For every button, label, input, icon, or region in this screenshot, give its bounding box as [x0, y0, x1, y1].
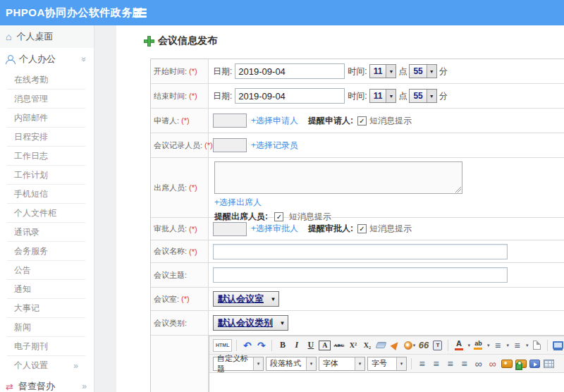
sidebar-item-memorabilia[interactable]: 大事记 — [0, 299, 94, 318]
subscript-button[interactable]: X₂ — [361, 339, 373, 352]
sidebar-item-schedule[interactable]: 日程安排 — [0, 128, 94, 147]
sms-checkbox[interactable]: ✓ — [357, 224, 367, 233]
meeting-subject-input[interactable] — [213, 267, 508, 283]
sidebar-item-contacts[interactable]: 通讯录 — [0, 223, 94, 242]
sidebar-item-label: 公告 — [14, 264, 31, 276]
select-attendees-link[interactable]: +选择出席人 — [214, 197, 262, 207]
sms-label: 短消息提示 — [369, 115, 412, 127]
form-row-end-time: 结束时间:(*) 日期: 时间: 11▼ 点 55▼ 分 — [151, 84, 564, 109]
form-row-meeting-type: 会议类别: 默认会议类别▼ — [151, 311, 564, 336]
meeting-name-input[interactable] — [213, 244, 508, 259]
highlight-color-button[interactable]: ab — [472, 339, 484, 352]
field-content: 日期: 时间: 11▼ 点 55▼ 分 — [209, 59, 564, 83]
toolbar-separator — [271, 340, 272, 351]
sidebar-item-supervision[interactable]: ⇄ 督查督办 » — [0, 375, 94, 392]
sidebar-item-label: 个人办公 — [19, 53, 56, 66]
app-header: PHPOA协同办公软件政务版 — [0, 0, 564, 25]
align-right-button[interactable]: ≡ — [444, 357, 456, 370]
sidebar-item-announcement[interactable]: 公告 — [0, 261, 94, 280]
remove-link-button[interactable]: ∞ — [486, 357, 498, 370]
caret-down-icon: ▾ — [506, 343, 509, 348]
select-recorder-link[interactable]: +选择记录员 — [251, 140, 298, 152]
start-date-input[interactable] — [235, 63, 345, 79]
html-source-button[interactable]: HTML — [213, 339, 232, 352]
font-style-button[interactable]: A — [319, 341, 331, 350]
form-row-recorder: 会议记录人员:(*) +选择记录员 — [151, 133, 564, 158]
attendees-textarea[interactable] — [214, 161, 462, 194]
start-hour-select[interactable]: 11▼ — [369, 64, 397, 78]
align-center-button[interactable]: ≡ — [430, 357, 442, 370]
font-size-select[interactable]: 字号▾ — [367, 357, 407, 371]
resize-grip-icon[interactable] — [455, 187, 461, 192]
meeting-type-select[interactable]: 默认会议类别▼ — [213, 315, 288, 331]
toolbar-separator — [448, 340, 448, 351]
remove-format-button[interactable] — [375, 339, 387, 352]
sidebar-item-message-management[interactable]: 消息管理 — [0, 90, 94, 109]
sms-checkbox[interactable]: ✓ — [357, 116, 367, 125]
sidebar-item-label: 会务服务 — [14, 245, 48, 257]
sidebar-item-e-journal[interactable]: 电子期刊 — [0, 337, 94, 356]
sidebar-item-mobile-sms[interactable]: 手机短信 — [0, 185, 94, 204]
redo-button[interactable]: ↷ — [255, 339, 267, 352]
sidebar-item-personal-settings[interactable]: 个人设置 » — [0, 356, 94, 375]
editor-content-area[interactable] — [209, 373, 564, 392]
sidebar-item-online-attendance[interactable]: 在线考勤 — [0, 71, 94, 90]
hamburger-menu-icon[interactable] — [134, 8, 147, 11]
field-content — [209, 263, 564, 287]
format-painter-button[interactable] — [389, 339, 401, 352]
chevron-right-icon: » — [73, 361, 78, 371]
caret-down-icon: ▾ — [396, 357, 406, 370]
editor-toolbar-row2: 自定义标题▾ 段落格式▾ 字体▾ 字号▾ ≡ ≡ ≡ ≡ ∞ ∞ — [209, 355, 564, 373]
insert-image-button[interactable] — [501, 357, 513, 370]
undo-button[interactable]: ↶ — [241, 339, 253, 352]
insert-media-button[interactable] — [529, 357, 541, 370]
recorder-input[interactable] — [213, 138, 247, 152]
sidebar-item-notice[interactable]: 通知 — [0, 280, 94, 299]
form-row-meeting-name: 会议名称:(*) — [151, 240, 564, 263]
custom-title-select[interactable]: 自定义标题▾ — [213, 357, 264, 371]
select-approver-link[interactable]: +选择审批人 — [251, 223, 298, 235]
applicant-input[interactable] — [213, 114, 247, 128]
font-family-select[interactable]: 字体▾ — [319, 357, 365, 371]
sidebar-item-work-log[interactable]: 工作日志 — [0, 147, 94, 166]
paste-as-text-button[interactable]: T — [431, 339, 443, 352]
end-minute-select[interactable]: 55▼ — [409, 89, 436, 103]
field-label: 开始时间:(*) — [151, 59, 209, 83]
sidebar-item-label: 工作计划 — [14, 169, 48, 181]
sidebar-item-news[interactable]: 新闻 — [0, 318, 94, 337]
fullscreen-button[interactable] — [552, 339, 564, 352]
start-minute-select[interactable]: 55▼ — [409, 64, 436, 78]
sidebar-item-personal-files[interactable]: 个人文件柜 — [0, 204, 94, 223]
align-justify-button[interactable]: ≡ — [458, 357, 470, 370]
approver-input[interactable] — [213, 222, 247, 236]
color-bar — [474, 348, 482, 350]
form-row-meeting-room: 会议室:(*) 默认会议室▼ — [151, 288, 564, 311]
caret-down-icon: ▾ — [355, 357, 364, 370]
ordered-list-button[interactable]: ≡ — [491, 339, 503, 352]
align-left-button[interactable]: ≡ — [416, 357, 428, 370]
sidebar-item-meeting-service[interactable]: 会务服务 — [0, 242, 94, 261]
blockquote-button[interactable]: 66 — [417, 339, 429, 352]
bold-button[interactable]: B — [276, 339, 288, 352]
insert-table-button[interactable] — [543, 357, 555, 370]
italic-button[interactable]: I — [290, 339, 302, 352]
color-palette-button[interactable]: ▾ — [403, 339, 415, 352]
strikethrough-button[interactable]: ABC — [333, 339, 345, 352]
end-hour-select[interactable]: 11▼ — [369, 89, 397, 103]
insert-link-button[interactable]: ∞ — [472, 357, 484, 370]
superscript-button[interactable]: X² — [347, 339, 359, 352]
new-page-button[interactable] — [531, 339, 543, 352]
caret-down-icon: ▼ — [268, 292, 278, 306]
unordered-list-button[interactable]: ≡ — [511, 339, 523, 352]
sidebar-item-internal-mail[interactable]: 内部邮件 — [0, 109, 94, 128]
end-date-input[interactable] — [235, 88, 345, 104]
underline-button[interactable]: U — [305, 339, 317, 352]
meeting-room-select[interactable]: 默认会议室▼ — [213, 291, 279, 307]
paragraph-format-select[interactable]: 段落格式▾ — [266, 357, 317, 371]
upload-image-button[interactable] — [515, 357, 527, 370]
sidebar-item-personal-office[interactable]: 个人办公 » — [0, 48, 94, 71]
select-applicant-link[interactable]: +选择申请人 — [251, 115, 298, 127]
sidebar-item-work-plan[interactable]: 工作计划 — [0, 166, 94, 185]
font-color-button[interactable]: A — [453, 339, 465, 352]
sidebar-item-desktop[interactable]: ⌂ 个人桌面 — [0, 25, 94, 48]
